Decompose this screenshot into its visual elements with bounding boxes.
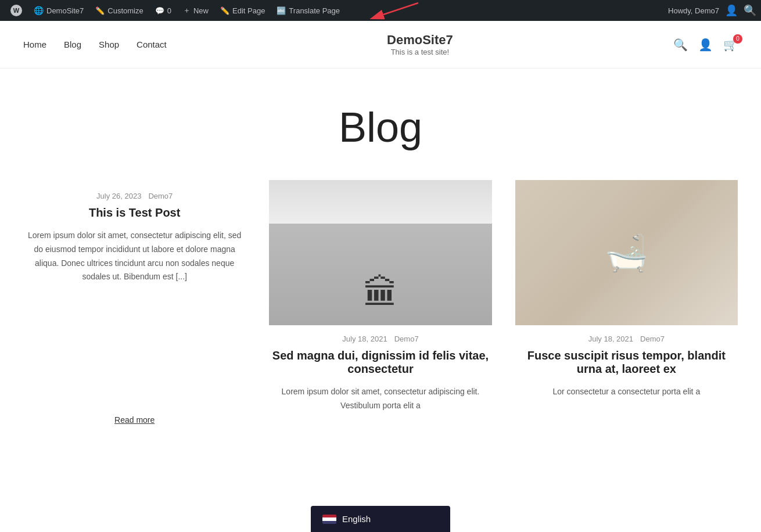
page-title-section: Blog: [23, 69, 738, 180]
header-icons: 🔍 👤 🛒 0: [673, 38, 738, 52]
post-2-date: July 18, 2021: [342, 335, 387, 343]
nav-shop[interactable]: Shop: [99, 39, 119, 49]
account-button[interactable]: 👤: [698, 38, 713, 52]
nav-home[interactable]: Home: [23, 39, 46, 49]
post-1-excerpt: Lorem ipsum dolor sit amet, consectetur …: [23, 229, 246, 284]
post-2-image: [269, 180, 491, 325]
nav-blog[interactable]: Blog: [64, 39, 81, 49]
admin-search-icon[interactable]: 🔍: [744, 4, 756, 17]
post-3-date: July 18, 2021: [588, 335, 633, 343]
site-title: DemoSite7: [387, 33, 453, 48]
post-1-read-more[interactable]: Read more: [23, 415, 246, 425]
search-icon: 🔍: [673, 38, 688, 51]
cart-badge: 0: [733, 34, 742, 44]
admin-bar: W 🌐 DemoSite7 ✏️ Customize 💬 0 ＋ New ✏️ …: [0, 0, 761, 21]
admin-new[interactable]: ＋ New: [177, 0, 214, 21]
post-3-author: Demo7: [640, 335, 665, 343]
post-2-meta: July 18, 2021 Demo7: [269, 335, 491, 343]
post-1-title: This is Test Post: [23, 206, 246, 220]
nav-contact[interactable]: Contact: [137, 39, 167, 49]
admin-user-avatar-icon: 👤: [725, 4, 738, 17]
post-3-excerpt: Lor consectetur a consectetur porta elit…: [515, 385, 738, 399]
post-2-excerpt: Lorem ipsum dolor sit amet, consectetur …: [269, 385, 491, 413]
post-1-date: July 26, 2023: [96, 192, 141, 200]
admin-customize[interactable]: ✏️ Customize: [89, 0, 149, 21]
blog-grid: July 26, 2023 Demo7 This is Test Post Lo…: [23, 180, 738, 459]
admin-site-name[interactable]: 🌐 DemoSite7: [28, 0, 89, 21]
wp-logo-item[interactable]: W: [5, 0, 28, 21]
site-branding: DemoSite7 This is a test site!: [387, 33, 453, 56]
admin-edit-page[interactable]: ✏️ Edit Page: [214, 0, 271, 21]
edit-icon: ✏️: [220, 6, 229, 15]
account-icon: 👤: [698, 38, 713, 51]
new-icon: ＋: [183, 5, 191, 16]
site-tagline: This is a test site!: [387, 48, 453, 56]
main-content: Blog July 26, 2023 Demo7 This is Test Po…: [0, 69, 761, 459]
post-2-title: Sed magna dui, dignissim id felis vitae,…: [269, 349, 491, 376]
main-nav: Home Blog Shop Contact: [23, 39, 167, 49]
search-button[interactable]: 🔍: [673, 38, 688, 52]
translate-icon: 🔤: [277, 6, 286, 15]
page-title: Blog: [23, 103, 738, 151]
blog-post-1: July 26, 2023 Demo7 This is Test Post Lo…: [23, 180, 246, 425]
cart-button[interactable]: 🛒 0: [723, 38, 738, 52]
post-3-title: Fusce suscipit risus tempor, blandit urn…: [515, 349, 738, 376]
post-1-meta: July 26, 2023 Demo7: [23, 192, 246, 200]
admin-site-icon: 🌐: [34, 6, 44, 15]
wp-logo-icon: W: [10, 5, 22, 16]
admin-translate-page[interactable]: 🔤 Translate Page: [271, 0, 346, 21]
post-2-author: Demo7: [394, 335, 419, 343]
admin-hello-user: Howdy, Demo7: [668, 6, 719, 15]
comments-icon: 💬: [155, 6, 164, 15]
post-3-image: [515, 180, 738, 325]
post-3-meta: July 18, 2021 Demo7: [515, 335, 738, 343]
post-1-author: Demo7: [148, 192, 173, 200]
admin-comments[interactable]: 💬 0: [149, 0, 177, 21]
blog-post-3: July 18, 2021 Demo7 Fusce suscipit risus…: [515, 180, 738, 425]
site-header: Home Blog Shop Contact DemoSite7 This is…: [0, 21, 761, 69]
customize-icon: ✏️: [95, 6, 105, 15]
blog-post-2: July 18, 2021 Demo7 Sed magna dui, digni…: [269, 180, 491, 425]
